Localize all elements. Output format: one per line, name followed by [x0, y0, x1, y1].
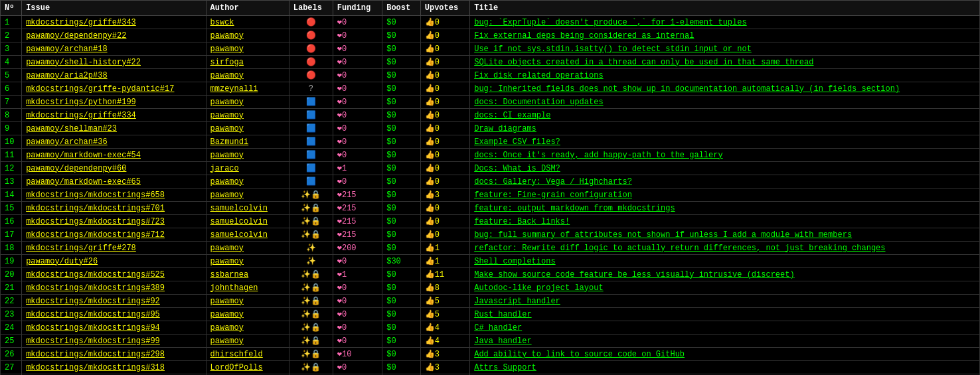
- cell-issue[interactable]: mkdocstrings/mkdocstrings#99: [22, 335, 206, 348]
- cell-title[interactable]: Autodoc-like project layout: [470, 281, 980, 295]
- cell-author[interactable]: samuelcolvin: [206, 215, 289, 228]
- cell-issue[interactable]: mkdocstrings/griffe#334: [22, 109, 206, 122]
- cell-num: 21: [1, 281, 22, 295]
- cell-author[interactable]: pawamoy: [206, 149, 289, 162]
- cell-upvotes: 👍0: [420, 82, 469, 96]
- cell-author[interactable]: pawamoy: [206, 69, 289, 82]
- cell-title[interactable]: feature: output markdown from mkdocstrin…: [470, 202, 980, 215]
- table-row: 19 pawamoy/duty#26 pawamoy ✨ ❤️0 $30 👍1 …: [1, 255, 980, 268]
- cell-issue[interactable]: mkdocstrings/mkdocstrings#389: [22, 281, 206, 295]
- cell-funding: ❤️0: [333, 295, 382, 308]
- cell-issue[interactable]: pawamoy/markdown-exec#65: [22, 175, 206, 188]
- cell-issue[interactable]: mkdocstrings/mkdocstrings#95: [22, 308, 206, 321]
- cell-author[interactable]: pawamoy: [206, 321, 289, 335]
- cell-author[interactable]: pawamoy: [206, 255, 289, 268]
- cell-issue[interactable]: pawamoy/shell-history#22: [22, 56, 206, 69]
- cell-author[interactable]: pawamoy: [206, 242, 289, 255]
- cell-title[interactable]: Fix external deps being considered as in…: [470, 29, 980, 42]
- table-row: 3 pawamoy/archan#18 pawamoy 🔴 ❤️0 $0 👍0 …: [1, 42, 980, 56]
- cell-author[interactable]: pawamoy: [206, 42, 289, 56]
- cell-title[interactable]: docs: CI example: [470, 109, 980, 122]
- cell-title[interactable]: docs: Once it's ready, add happy-path to…: [470, 149, 980, 162]
- cell-issue[interactable]: pawamoy/dependenpy#60: [22, 162, 206, 175]
- cell-upvotes: 👍0: [420, 202, 469, 215]
- cell-author[interactable]: pawamoy: [206, 96, 289, 109]
- cell-labels: ✨🔒: [289, 321, 333, 335]
- cell-title[interactable]: docs: Gallery: Vega / Highcharts?: [470, 175, 980, 188]
- cell-author[interactable]: pawamoy: [206, 308, 289, 321]
- cell-issue[interactable]: pawamoy/duty#26: [22, 255, 206, 268]
- cell-issue[interactable]: pawamoy/archan#36: [22, 135, 206, 149]
- cell-num: 24: [1, 321, 22, 335]
- cell-issue[interactable]: pawamoy/aria2p#38: [22, 69, 206, 82]
- cell-issue[interactable]: pawamoy/shellman#23: [22, 122, 206, 135]
- cell-title[interactable]: Make show source code feature be less vi…: [470, 268, 980, 281]
- cell-issue[interactable]: mkdocstrings/mkdocstrings#723: [22, 215, 206, 228]
- cell-issue[interactable]: mkdocstrings/mkdocstrings#298: [22, 348, 206, 361]
- cell-title[interactable]: Rust handler: [470, 308, 980, 321]
- cell-issue[interactable]: mkdocstrings/mkdocstrings#94: [22, 321, 206, 335]
- cell-issue[interactable]: mkdocstrings/griffe-pydantic#17: [22, 82, 206, 96]
- cell-title[interactable]: Use if not sys.stdin.isatty() to detect …: [470, 42, 980, 56]
- cell-author[interactable]: pawamoy: [206, 175, 289, 188]
- cell-title[interactable]: Draw diagrams: [470, 122, 980, 135]
- cell-title[interactable]: Java handler: [470, 335, 980, 348]
- cell-author[interactable]: samuelcolvin: [206, 202, 289, 215]
- cell-author[interactable]: mmzeynalli: [206, 82, 289, 96]
- cell-issue[interactable]: mkdocstrings/mkdocstrings#318: [22, 361, 206, 374]
- table-row: 26 mkdocstrings/mkdocstrings#298 dhirsch…: [1, 348, 980, 361]
- cell-title[interactable]: feature: Back links!: [470, 215, 980, 228]
- cell-boost: $30: [382, 255, 421, 268]
- cell-issue[interactable]: mkdocstrings/mkdocstrings#701: [22, 202, 206, 215]
- cell-labels: ?: [289, 82, 333, 96]
- cell-title[interactable]: C# handler: [470, 321, 980, 335]
- cell-title[interactable]: Add ability to link to source code on Gi…: [470, 348, 980, 361]
- cell-title[interactable]: Docs: What is DSM?: [470, 162, 980, 175]
- cell-issue[interactable]: mkdocstrings/mkdocstrings#712: [22, 228, 206, 242]
- cell-title[interactable]: Example CSV files?: [470, 135, 980, 149]
- cell-title[interactable]: Fix disk related operations: [470, 69, 980, 82]
- cell-author[interactable]: pawamoy: [206, 109, 289, 122]
- cell-issue[interactable]: mkdocstrings/mkdocstrings#658: [22, 188, 206, 202]
- cell-upvotes: 👍0: [420, 69, 469, 82]
- cell-author[interactable]: pawamoy: [206, 335, 289, 348]
- cell-issue[interactable]: pawamoy/dependenpy#22: [22, 29, 206, 42]
- cell-funding: ❤️200: [333, 242, 382, 255]
- cell-issue[interactable]: pawamoy/archan#18: [22, 42, 206, 56]
- cell-author[interactable]: ssbarnea: [206, 268, 289, 281]
- cell-author[interactable]: jaraco: [206, 162, 289, 175]
- cell-author[interactable]: Bazmundi: [206, 135, 289, 149]
- cell-title[interactable]: bug: Inherited fields does not show up i…: [470, 82, 980, 96]
- cell-author[interactable]: sirfoga: [206, 56, 289, 69]
- cell-author[interactable]: bswck: [206, 16, 289, 29]
- cell-author[interactable]: samuelcolvin: [206, 228, 289, 242]
- cell-title[interactable]: SQLite objects created in a thread can o…: [470, 56, 980, 69]
- cell-issue[interactable]: mkdocstrings/griffe#343: [22, 16, 206, 29]
- cell-title[interactable]: refactor: Rewrite diff logic to actually…: [470, 242, 980, 255]
- cell-issue[interactable]: mkdocstrings/griffe#278: [22, 242, 206, 255]
- cell-title[interactable]: Javascript handler: [470, 295, 980, 308]
- cell-author[interactable]: johnthagen: [206, 281, 289, 295]
- cell-title[interactable]: bug: full summary of attributes not show…: [470, 228, 980, 242]
- cell-title[interactable]: feature: Fine-grain configuration: [470, 188, 980, 202]
- cell-title[interactable]: Attrs Support: [470, 361, 980, 374]
- cell-issue[interactable]: mkdocstrings/python#199: [22, 96, 206, 109]
- table-row: 21 mkdocstrings/mkdocstrings#389 johntha…: [1, 281, 980, 295]
- cell-issue[interactable]: mkdocstrings/mkdocstrings#92: [22, 295, 206, 308]
- cell-title[interactable]: Shell completions: [470, 255, 980, 268]
- cell-title[interactable]: docs: Documentation updates: [470, 96, 980, 109]
- cell-title[interactable]: bug: `ExprTuple` doesn't produce `,` for…: [470, 16, 980, 29]
- cell-boost: $0: [382, 82, 421, 96]
- cell-author[interactable]: pawamoy: [206, 122, 289, 135]
- cell-author[interactable]: dhirschfeld: [206, 348, 289, 361]
- cell-upvotes: 👍5: [420, 308, 469, 321]
- cell-author[interactable]: pawamoy: [206, 188, 289, 202]
- cell-upvotes: 👍0: [420, 135, 469, 149]
- cell-author[interactable]: LordOfPolls: [206, 361, 289, 374]
- cell-author[interactable]: pawamoy: [206, 295, 289, 308]
- cell-num: 11: [1, 149, 22, 162]
- cell-labels: ✨🔒: [289, 215, 333, 228]
- cell-issue[interactable]: mkdocstrings/mkdocstrings#525: [22, 268, 206, 281]
- cell-author[interactable]: pawamoy: [206, 29, 289, 42]
- cell-issue[interactable]: pawamoy/markdown-exec#54: [22, 149, 206, 162]
